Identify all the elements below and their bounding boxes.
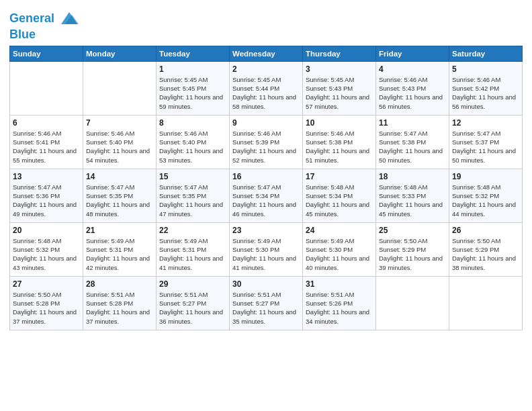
logo-icon — [60, 9, 79, 28]
day-info: Sunrise: 5:47 AM Sunset: 5:36 PM Dayligh… — [13, 183, 80, 218]
day-info: Sunrise: 5:45 AM Sunset: 5:45 PM Dayligh… — [159, 75, 226, 111]
calendar-day-18: 18Sunrise: 5:48 AM Sunset: 5:33 PM Dayli… — [376, 169, 449, 222]
day-info: Sunrise: 5:50 AM Sunset: 5:29 PM Dayligh… — [452, 236, 519, 272]
calendar-day-16: 16Sunrise: 5:47 AM Sunset: 5:34 PM Dayli… — [230, 169, 303, 222]
day-info: Sunrise: 5:46 AM Sunset: 5:40 PM Dayligh… — [86, 129, 153, 165]
page-header: General Blue — [9, 7, 523, 42]
day-info: Sunrise: 5:48 AM Sunset: 5:34 PM Dayligh… — [306, 183, 373, 218]
day-number: 11 — [379, 118, 446, 128]
day-info: Sunrise: 5:51 AM Sunset: 5:27 PM Dayligh… — [159, 290, 226, 326]
calendar-day-7: 7Sunrise: 5:46 AM Sunset: 5:40 PM Daylig… — [83, 115, 157, 169]
day-number: 14 — [86, 172, 153, 181]
day-info: Sunrise: 5:50 AM Sunset: 5:28 PM Dayligh… — [13, 290, 80, 326]
day-info: Sunrise: 5:51 AM Sunset: 5:27 PM Dayligh… — [232, 290, 300, 326]
day-info: Sunrise: 5:46 AM Sunset: 5:40 PM Dayligh… — [159, 129, 226, 165]
calendar-empty-cell — [449, 276, 523, 330]
day-info: Sunrise: 5:47 AM Sunset: 5:35 PM Dayligh… — [86, 183, 153, 218]
calendar-day-21: 21Sunrise: 5:49 AM Sunset: 5:31 PM Dayli… — [83, 222, 157, 276]
logo-general: General — [9, 11, 54, 25]
day-number: 27 — [13, 279, 80, 289]
day-info: Sunrise: 5:48 AM Sunset: 5:33 PM Dayligh… — [379, 183, 446, 218]
day-number: 23 — [232, 226, 300, 235]
day-number: 8 — [159, 118, 226, 128]
day-number: 24 — [306, 226, 373, 235]
day-number: 5 — [452, 64, 519, 74]
day-info: Sunrise: 5:49 AM Sunset: 5:31 PM Dayligh… — [159, 236, 226, 272]
calendar-day-17: 17Sunrise: 5:48 AM Sunset: 5:34 PM Dayli… — [303, 169, 376, 222]
calendar-header-row: SundayMondayTuesdayWednesdayThursdayFrid… — [10, 46, 523, 61]
column-header-saturday: Saturday — [449, 46, 523, 61]
calendar-day-6: 6Sunrise: 5:46 AM Sunset: 5:41 PM Daylig… — [10, 115, 83, 169]
day-info: Sunrise: 5:46 AM Sunset: 5:41 PM Dayligh… — [13, 129, 80, 165]
day-number: 29 — [159, 279, 226, 289]
calendar-day-1: 1Sunrise: 5:45 AM Sunset: 5:45 PM Daylig… — [157, 61, 230, 115]
calendar-day-27: 27Sunrise: 5:50 AM Sunset: 5:28 PM Dayli… — [10, 276, 83, 330]
day-number: 15 — [159, 172, 226, 181]
calendar-day-12: 12Sunrise: 5:47 AM Sunset: 5:37 PM Dayli… — [449, 115, 523, 169]
day-number: 26 — [452, 226, 519, 235]
calendar-day-11: 11Sunrise: 5:47 AM Sunset: 5:38 PM Dayli… — [376, 115, 449, 169]
calendar-day-25: 25Sunrise: 5:50 AM Sunset: 5:29 PM Dayli… — [376, 222, 449, 276]
calendar-table: SundayMondayTuesdayWednesdayThursdayFrid… — [9, 46, 523, 330]
calendar-day-20: 20Sunrise: 5:48 AM Sunset: 5:32 PM Dayli… — [10, 222, 83, 276]
calendar-day-23: 23Sunrise: 5:49 AM Sunset: 5:30 PM Dayli… — [230, 222, 303, 276]
calendar-week-row: 1Sunrise: 5:45 AM Sunset: 5:45 PM Daylig… — [10, 61, 523, 115]
logo-blue: Blue — [9, 28, 79, 42]
calendar-day-28: 28Sunrise: 5:51 AM Sunset: 5:28 PM Dayli… — [83, 276, 157, 330]
calendar-day-2: 2Sunrise: 5:45 AM Sunset: 5:44 PM Daylig… — [230, 61, 303, 115]
day-number: 28 — [86, 279, 153, 289]
logo: General Blue — [9, 9, 79, 42]
day-number: 17 — [306, 172, 373, 181]
calendar-day-14: 14Sunrise: 5:47 AM Sunset: 5:35 PM Dayli… — [83, 169, 157, 222]
day-number: 9 — [232, 118, 300, 128]
calendar-day-8: 8Sunrise: 5:46 AM Sunset: 5:40 PM Daylig… — [157, 115, 230, 169]
day-number: 30 — [232, 279, 300, 289]
day-number: 2 — [232, 64, 300, 74]
day-info: Sunrise: 5:46 AM Sunset: 5:42 PM Dayligh… — [452, 75, 519, 111]
day-number: 25 — [379, 226, 446, 235]
calendar-week-row: 13Sunrise: 5:47 AM Sunset: 5:36 PM Dayli… — [10, 169, 523, 222]
calendar-empty-cell — [83, 61, 157, 115]
day-number: 3 — [306, 64, 373, 74]
column-header-sunday: Sunday — [10, 46, 83, 61]
calendar-day-13: 13Sunrise: 5:47 AM Sunset: 5:36 PM Dayli… — [10, 169, 83, 222]
calendar-day-26: 26Sunrise: 5:50 AM Sunset: 5:29 PM Dayli… — [449, 222, 523, 276]
day-info: Sunrise: 5:49 AM Sunset: 5:30 PM Dayligh… — [232, 236, 300, 272]
calendar-day-30: 30Sunrise: 5:51 AM Sunset: 5:27 PM Dayli… — [230, 276, 303, 330]
calendar-day-9: 9Sunrise: 5:46 AM Sunset: 5:39 PM Daylig… — [230, 115, 303, 169]
calendar-day-4: 4Sunrise: 5:46 AM Sunset: 5:43 PM Daylig… — [376, 61, 449, 115]
day-number: 13 — [13, 172, 80, 181]
day-info: Sunrise: 5:51 AM Sunset: 5:26 PM Dayligh… — [306, 290, 373, 326]
day-number: 12 — [452, 118, 519, 128]
calendar-day-15: 15Sunrise: 5:47 AM Sunset: 5:35 PM Dayli… — [157, 169, 230, 222]
day-number: 16 — [232, 172, 300, 181]
calendar-day-24: 24Sunrise: 5:49 AM Sunset: 5:30 PM Dayli… — [303, 222, 376, 276]
day-info: Sunrise: 5:46 AM Sunset: 5:39 PM Dayligh… — [232, 129, 300, 165]
day-number: 20 — [13, 226, 80, 235]
day-info: Sunrise: 5:48 AM Sunset: 5:32 PM Dayligh… — [13, 236, 80, 272]
day-info: Sunrise: 5:45 AM Sunset: 5:44 PM Dayligh… — [232, 75, 300, 111]
day-info: Sunrise: 5:51 AM Sunset: 5:28 PM Dayligh… — [86, 290, 153, 326]
day-number: 6 — [13, 118, 80, 128]
column-header-friday: Friday — [376, 46, 449, 61]
column-header-tuesday: Tuesday — [157, 46, 230, 61]
day-info: Sunrise: 5:50 AM Sunset: 5:29 PM Dayligh… — [379, 236, 446, 272]
calendar-day-29: 29Sunrise: 5:51 AM Sunset: 5:27 PM Dayli… — [157, 276, 230, 330]
day-number: 10 — [306, 118, 373, 128]
column-header-thursday: Thursday — [303, 46, 376, 61]
day-info: Sunrise: 5:45 AM Sunset: 5:43 PM Dayligh… — [306, 75, 373, 111]
day-number: 1 — [159, 64, 226, 74]
calendar-day-19: 19Sunrise: 5:48 AM Sunset: 5:32 PM Dayli… — [449, 169, 523, 222]
logo-text: General — [9, 9, 79, 28]
calendar-day-10: 10Sunrise: 5:46 AM Sunset: 5:38 PM Dayli… — [303, 115, 376, 169]
calendar-week-row: 20Sunrise: 5:48 AM Sunset: 5:32 PM Dayli… — [10, 222, 523, 276]
day-info: Sunrise: 5:47 AM Sunset: 5:35 PM Dayligh… — [159, 183, 226, 218]
calendar-week-row: 6Sunrise: 5:46 AM Sunset: 5:41 PM Daylig… — [10, 115, 523, 169]
calendar-day-3: 3Sunrise: 5:45 AM Sunset: 5:43 PM Daylig… — [303, 61, 376, 115]
day-number: 18 — [379, 172, 446, 181]
day-info: Sunrise: 5:49 AM Sunset: 5:31 PM Dayligh… — [86, 236, 153, 272]
day-number: 4 — [379, 64, 446, 74]
calendar-day-31: 31Sunrise: 5:51 AM Sunset: 5:26 PM Dayli… — [303, 276, 376, 330]
day-info: Sunrise: 5:48 AM Sunset: 5:32 PM Dayligh… — [452, 183, 519, 218]
calendar-empty-cell — [10, 61, 83, 115]
